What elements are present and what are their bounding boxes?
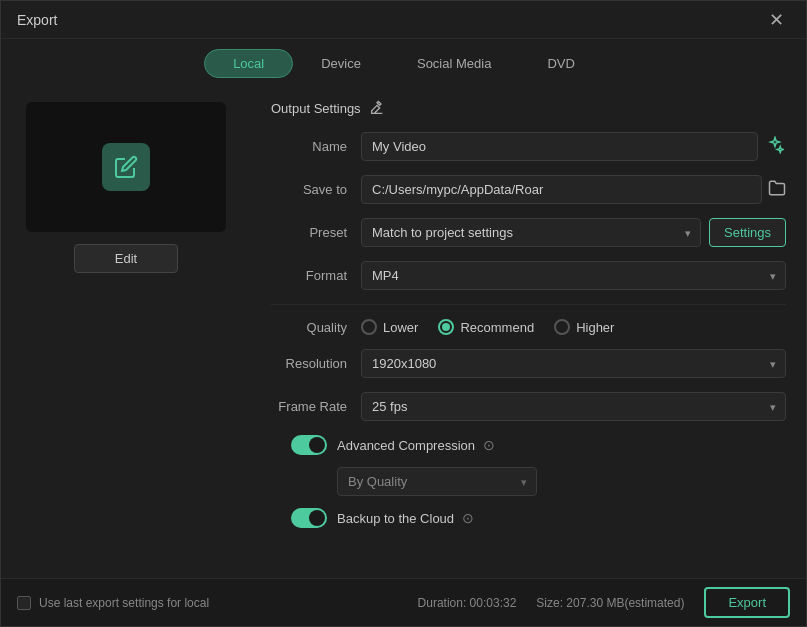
settings-panel: Output Settings Name — [251, 86, 806, 578]
backup-cloud-label: Backup to the Cloud — [337, 511, 454, 526]
save-to-row: Save to — [271, 175, 786, 204]
name-row: Name — [271, 132, 786, 161]
name-label: Name — [271, 139, 361, 154]
resolution-label: Resolution — [271, 356, 361, 371]
frame-rate-label: Frame Rate — [271, 399, 361, 414]
tab-device[interactable]: Device — [293, 49, 389, 78]
quality-recommend-option[interactable]: Recommend — [438, 319, 534, 335]
format-label: Format — [271, 268, 361, 283]
close-button[interactable]: ✕ — [763, 9, 790, 31]
preview-box — [26, 102, 226, 232]
frame-rate-row: Frame Rate 25 fps ▾ — [271, 392, 786, 421]
save-to-input-wrapper — [361, 175, 786, 204]
last-export-settings-label[interactable]: Use last export settings for local — [17, 596, 209, 610]
quality-radio-group: Lower Recommend Higher — [361, 319, 614, 335]
quality-row: Quality Lower Recommend Higher — [271, 319, 786, 335]
advanced-compression-toggle[interactable] — [291, 435, 327, 455]
preset-label: Preset — [271, 225, 361, 240]
window-title: Export — [17, 12, 57, 28]
settings-button[interactable]: Settings — [709, 218, 786, 247]
quality-lower-option[interactable]: Lower — [361, 319, 418, 335]
format-select-wrapper: MP4 ▾ — [361, 261, 786, 290]
preview-icon — [102, 143, 150, 191]
name-input[interactable] — [361, 132, 758, 161]
edit-button[interactable]: Edit — [74, 244, 178, 273]
title-bar: Export ✕ — [1, 1, 806, 39]
divider — [271, 304, 786, 305]
quality-label: Quality — [271, 320, 361, 335]
browse-folder-button[interactable] — [768, 179, 786, 201]
tab-dvd[interactable]: DVD — [519, 49, 602, 78]
last-export-settings-text: Use last export settings for local — [39, 596, 209, 610]
preset-row: Preset Match to project settings ▾ Setti… — [271, 218, 786, 247]
last-export-settings-checkbox[interactable] — [17, 596, 31, 610]
advanced-compression-help-icon[interactable]: ⊙ — [483, 437, 495, 453]
name-input-wrapper — [361, 132, 786, 161]
by-quality-wrapper: By Quality ▾ — [337, 467, 537, 496]
frame-rate-select-wrapper: 25 fps ▾ — [361, 392, 786, 421]
preset-select[interactable]: Match to project settings — [361, 218, 701, 247]
advanced-compression-row: Advanced Compression ⊙ — [271, 435, 786, 455]
bottom-info: Duration: 00:03:32 Size: 207.30 MB(estim… — [418, 587, 790, 618]
quality-lower-radio — [361, 319, 377, 335]
quality-recommend-radio — [438, 319, 454, 335]
content-area: Edit Output Settings Name — [1, 86, 806, 578]
output-settings-title: Output Settings — [271, 100, 786, 116]
quality-recommend-label: Recommend — [460, 320, 534, 335]
by-quality-row: By Quality ▾ — [271, 467, 786, 496]
tab-bar: Local Device Social Media DVD — [1, 39, 806, 86]
tab-local[interactable]: Local — [204, 49, 293, 78]
by-quality-select[interactable]: By Quality — [337, 467, 537, 496]
format-row: Format MP4 ▾ — [271, 261, 786, 290]
format-select[interactable]: MP4 — [361, 261, 786, 290]
resolution-select[interactable]: 1920x1080 — [361, 349, 786, 378]
bottom-bar: Use last export settings for local Durat… — [1, 578, 806, 626]
save-to-input[interactable] — [361, 175, 762, 204]
export-window: Export ✕ Local Device Social Media DVD E… — [0, 0, 807, 627]
backup-cloud-toggle[interactable] — [291, 508, 327, 528]
quality-higher-radio — [554, 319, 570, 335]
ai-rename-button[interactable] — [764, 134, 786, 160]
quality-higher-label: Higher — [576, 320, 614, 335]
export-button[interactable]: Export — [704, 587, 790, 618]
advanced-compression-label: Advanced Compression — [337, 438, 475, 453]
quality-lower-label: Lower — [383, 320, 418, 335]
frame-rate-select[interactable]: 25 fps — [361, 392, 786, 421]
quality-higher-option[interactable]: Higher — [554, 319, 614, 335]
backup-cloud-help-icon[interactable]: ⊙ — [462, 510, 474, 526]
preview-panel: Edit — [1, 86, 251, 578]
save-to-label: Save to — [271, 182, 361, 197]
backup-cloud-row: Backup to the Cloud ⊙ — [271, 508, 786, 528]
resolution-row: Resolution 1920x1080 ▾ — [271, 349, 786, 378]
tab-social-media[interactable]: Social Media — [389, 49, 519, 78]
size-text: Size: 207.30 MB(estimated) — [536, 596, 684, 610]
duration-text: Duration: 00:03:32 — [418, 596, 517, 610]
preset-select-wrapper: Match to project settings ▾ — [361, 218, 701, 247]
resolution-select-wrapper: 1920x1080 ▾ — [361, 349, 786, 378]
